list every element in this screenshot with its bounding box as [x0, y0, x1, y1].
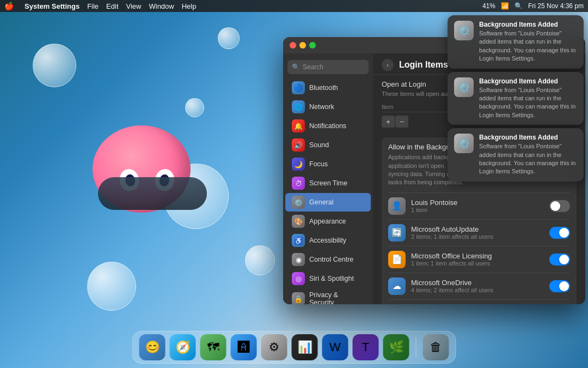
- bg-item-sub-2: 1 item; 1 item affects all users: [411, 260, 544, 267]
- toggle-1[interactable]: [549, 227, 570, 239]
- dock-item-appstore[interactable]: 🅰: [231, 334, 257, 360]
- app-title[interactable]: System Settings: [24, 2, 79, 10]
- sidebar-icon-siri: ◎: [292, 272, 305, 285]
- toast-body-2: Software from "Louis Pontoise" added ite…: [479, 142, 577, 176]
- sidebar-item-privacy[interactable]: 🔒 Privacy & Security: [285, 288, 371, 304]
- menu-help[interactable]: Help: [182, 2, 197, 10]
- remove-item-button[interactable]: −: [395, 116, 408, 128]
- sidebar-items-container: 🔵 Bluetooth 🌐 Network 🔔 Notifications 🔊 …: [283, 79, 373, 304]
- bubble: [245, 245, 275, 275]
- search-bar[interactable]: 🔍 Search: [287, 60, 369, 74]
- sidebar-item-siri[interactable]: ◎ Siri & Spotlight: [285, 269, 371, 288]
- search-icon: 🔍: [292, 63, 300, 71]
- sidebar-label-appearance: Appearance: [309, 218, 346, 225]
- toast-2: ⚙️ Background Items Added Software from …: [448, 128, 584, 182]
- background-item-3: ☁ Microsoft OneDrive 4 items; 2 items af…: [388, 273, 570, 299]
- close-button[interactable]: [290, 42, 296, 49]
- sidebar-icon-bluetooth: 🔵: [292, 81, 305, 94]
- menu-edit[interactable]: Edit: [106, 2, 118, 10]
- sidebar-icon-accessibility: ♿: [292, 234, 305, 247]
- menubar: 🍎 System Settings File Edit View Window …: [0, 0, 588, 12]
- bg-item-info-0: Louis Pontoise 1 item: [411, 198, 544, 213]
- sidebar-label-controlcentre: Control Centre: [309, 256, 353, 263]
- search-icon[interactable]: 🔍: [514, 2, 523, 10]
- dock-item-notion[interactable]: 🌿: [383, 334, 409, 360]
- sidebar-label-siri: Siri & Spotlight: [309, 275, 354, 282]
- dock-item-word[interactable]: W: [322, 334, 348, 360]
- sidebar-item-accessibility[interactable]: ♿ Accessibility: [285, 231, 371, 250]
- sidebar-label-focus: Focus: [309, 160, 328, 168]
- apple-menu[interactable]: 🍎: [4, 2, 14, 10]
- search-placeholder: Search: [303, 63, 323, 71]
- dock-item-trash[interactable]: 🗑: [423, 334, 449, 360]
- bg-item-info-1: Microsoft AutoUpdate 2 items; 1 item aff…: [411, 225, 544, 240]
- kirby-character: [82, 98, 201, 234]
- bg-item-sub-3: 4 items; 2 items affect all users: [411, 287, 544, 293]
- bg-item-icon-0: 👤: [388, 197, 406, 215]
- sidebar-item-sound[interactable]: 🔊 Sound: [285, 136, 371, 154]
- sidebar-icon-screentime: ⏱: [292, 177, 305, 190]
- dock-item-safari[interactable]: 🧭: [170, 334, 196, 360]
- sidebar-item-focus[interactable]: 🌙 Focus: [285, 155, 371, 173]
- menubar-left: 🍎 System Settings File Edit View Window …: [4, 2, 196, 10]
- traffic-lights: [290, 42, 316, 49]
- toggle-0[interactable]: [549, 200, 570, 212]
- dock-item-activity[interactable]: 📊: [292, 334, 318, 360]
- sidebar-icon-sound: 🔊: [292, 138, 305, 152]
- dock: 😊🧭🗺🅰⚙📊WT🌿🗑: [132, 331, 456, 364]
- toast-container: ⚙️ Background Items Added Software from …: [448, 15, 584, 182]
- sidebar-item-appearance[interactable]: 🎨 Appearance: [285, 212, 371, 231]
- menubar-right: 41% 📶 🔍 Fri 25 Nov 4:36 pm: [482, 2, 584, 10]
- background-item-1: 🔄 Microsoft AutoUpdate 2 items; 1 item a…: [388, 219, 570, 246]
- toggle-3[interactable]: [549, 280, 570, 292]
- bubble: [218, 27, 240, 49]
- bg-item-name-0: Louis Pontoise: [411, 198, 544, 207]
- sidebar-label-general: General: [309, 198, 333, 206]
- sidebar-item-bluetooth[interactable]: 🔵 Bluetooth: [285, 79, 371, 97]
- toggle-2[interactable]: [549, 254, 570, 266]
- battery-indicator: 41%: [482, 2, 495, 10]
- dock-item-teams[interactable]: T: [353, 334, 379, 360]
- sidebar-label-privacy: Privacy & Security: [309, 291, 364, 304]
- bg-item-sub-0: 1 item: [411, 207, 544, 213]
- menu-file[interactable]: File: [87, 2, 99, 10]
- sidebar-icon-notifications: 🔔: [292, 119, 305, 132]
- dock-item-settings[interactable]: ⚙: [261, 334, 287, 360]
- sidebar-item-notifications[interactable]: 🔔 Notifications: [285, 117, 371, 135]
- maximize-button[interactable]: [309, 42, 316, 49]
- sidebar-label-screentime: Screen Time: [309, 179, 347, 187]
- page-title: Login Items: [399, 60, 448, 70]
- toast-title-0: Background Items Added: [479, 21, 577, 28]
- sidebar-item-general[interactable]: ⚙️ General: [285, 193, 371, 212]
- toast-body-0: Software from "Louis Pontoise" added ite…: [479, 29, 577, 63]
- minimize-button[interactable]: [299, 42, 306, 49]
- sidebar-item-controlcentre[interactable]: ◉ Control Centre: [285, 250, 371, 269]
- sidebar: 🔍 Search 🔵 Bluetooth 🌐 Network 🔔 Notific…: [283, 53, 373, 304]
- sidebar-icon-focus: 🌙: [292, 158, 305, 171]
- dock-divider: [416, 337, 416, 357]
- sidebar-icon-network: 🌐: [292, 100, 305, 113]
- dock-item-finder[interactable]: 😊: [139, 334, 166, 360]
- back-button[interactable]: ‹: [382, 59, 394, 71]
- wifi-icon: 📶: [501, 2, 509, 10]
- menu-window[interactable]: Window: [149, 2, 174, 10]
- sidebar-icon-controlcentre: ◉: [292, 253, 305, 266]
- bg-item-icon-2: 📄: [388, 251, 406, 268]
- sidebar-item-screentime[interactable]: ⏱ Screen Time: [285, 174, 371, 192]
- bg-item-icon-1: 🔄: [388, 224, 406, 242]
- toast-title-1: Background Items Added: [479, 77, 577, 85]
- dock-item-maps[interactable]: 🗺: [200, 334, 226, 360]
- sidebar-label-notifications: Notifications: [309, 122, 346, 130]
- bg-item-sub-1: 2 items; 1 item affects all users: [411, 233, 544, 240]
- sidebar-item-network[interactable]: 🌐 Network: [285, 98, 371, 116]
- sidebar-label-sound: Sound: [309, 141, 329, 149]
- bg-item-name-3: Microsoft OneDrive: [411, 279, 544, 287]
- toast-content-0: Background Items Added Software from "Lo…: [479, 21, 577, 63]
- sidebar-label-network: Network: [309, 103, 334, 111]
- date-time: Fri 25 Nov 4:36 pm: [528, 2, 584, 10]
- sidebar-icon-general: ⚙️: [292, 196, 305, 209]
- toast-content-2: Background Items Added Software from "Lo…: [479, 134, 577, 176]
- menu-view[interactable]: View: [126, 2, 142, 10]
- toast-title-2: Background Items Added: [479, 134, 577, 141]
- add-item-button[interactable]: +: [382, 116, 395, 128]
